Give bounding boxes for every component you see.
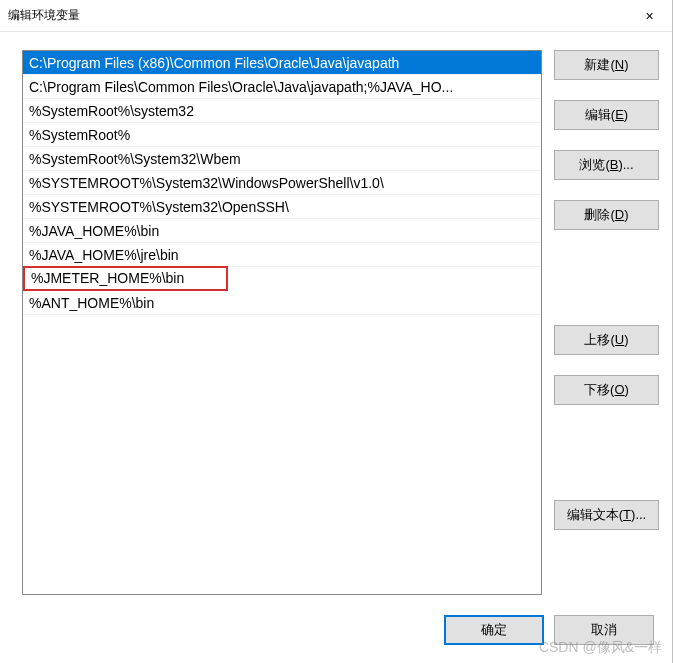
list-item-highlighted[interactable]: %JMETER_HOME%\bin [23,266,228,291]
spacer [554,425,659,480]
path-listbox[interactable]: C:\Program Files (x86)\Common Files\Orac… [22,50,542,595]
edit-text-button[interactable]: 编辑文本(T)... [554,500,659,530]
move-down-button[interactable]: 下移(O) [554,375,659,405]
delete-button[interactable]: 删除(D) [554,200,659,230]
new-button[interactable]: 新建(N) [554,50,659,80]
content-area: C:\Program Files (x86)\Common Files\Orac… [0,32,672,603]
dialog-footer: 确定 取消 CSDN @像风&一样 [0,603,672,663]
button-group-1: 新建(N) 编辑(E) 浏览(B)... 删除(D) [554,50,659,230]
list-item[interactable]: %ANT_HOME%\bin [23,291,541,315]
button-group-3: 编辑文本(T)... [554,500,659,530]
move-up-button[interactable]: 上移(U) [554,325,659,355]
list-item[interactable]: %SystemRoot% [23,123,541,147]
cancel-button[interactable]: 取消 [554,615,654,645]
list-item[interactable]: %SystemRoot%\System32\Wbem [23,147,541,171]
browse-button[interactable]: 浏览(B)... [554,150,659,180]
button-group-2: 上移(U) 下移(O) [554,325,659,405]
list-item[interactable]: %SystemRoot%\system32 [23,99,541,123]
titlebar: 编辑环境变量 × [0,0,672,32]
list-item[interactable]: %SYSTEMROOT%\System32\WindowsPowerShell\… [23,171,541,195]
list-item[interactable]: C:\Program Files\Common Files\Oracle\Jav… [23,75,541,99]
close-icon: × [645,8,653,24]
list-item[interactable]: %JAVA_HOME%\bin [23,219,541,243]
ok-button[interactable]: 确定 [444,615,544,645]
list-item[interactable]: %JAVA_HOME%\jre\bin [23,243,541,267]
close-button[interactable]: × [627,1,672,31]
spacer [554,250,659,305]
list-item[interactable]: %SYSTEMROOT%\System32\OpenSSH\ [23,195,541,219]
list-item[interactable]: C:\Program Files (x86)\Common Files\Orac… [23,51,541,75]
dialog-title: 编辑环境变量 [8,7,80,24]
edit-button[interactable]: 编辑(E) [554,100,659,130]
env-var-dialog: 编辑环境变量 × C:\Program Files (x86)\Common F… [0,0,673,663]
button-sidebar: 新建(N) 编辑(E) 浏览(B)... 删除(D) 上移(U) 下移(O) [554,50,659,603]
